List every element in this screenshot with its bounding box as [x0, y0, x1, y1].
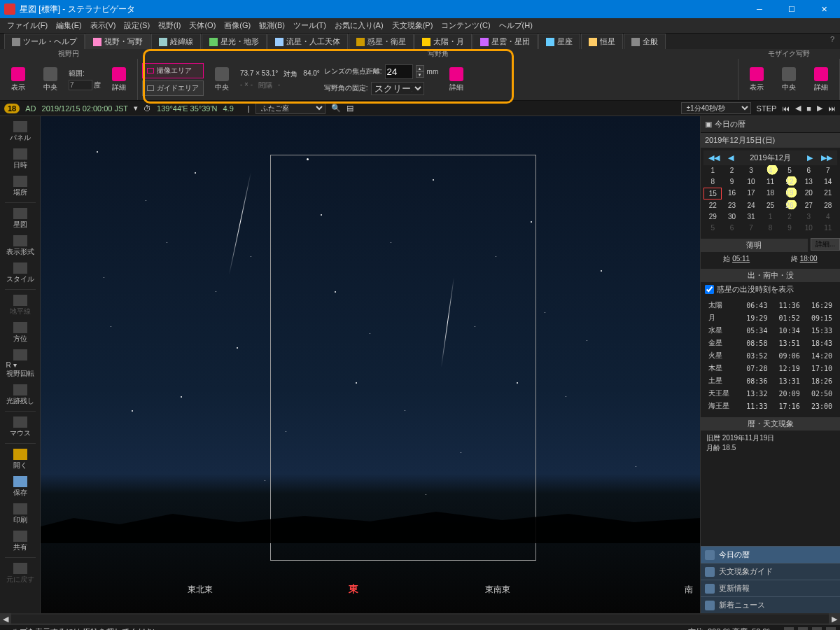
- ribbon-tab-10[interactable]: ツール・ヘルプ: [4, 34, 85, 49]
- cal-day[interactable]: 11: [819, 223, 837, 233]
- menu-v[interactable]: 表示(V): [86, 18, 120, 33]
- cal-day[interactable]: 9: [780, 223, 799, 233]
- menu-f[interactable]: ファイル(F): [3, 18, 52, 33]
- play-prev-button[interactable]: ◀: [795, 104, 801, 113]
- twilight-detail-button[interactable]: 詳細...: [811, 238, 840, 251]
- cal-day[interactable]: 11: [761, 176, 779, 187]
- tool-パネル[interactable]: パネル: [3, 119, 38, 145]
- ribbon-tab-9[interactable]: 視野・写野: [85, 34, 150, 49]
- accordion-1[interactable]: 天文現象ガイド: [701, 563, 840, 580]
- cal-day[interactable]: 12: [780, 176, 799, 187]
- cal-day[interactable]: 20: [799, 188, 818, 200]
- tool-スタイル[interactable]: スタイル: [3, 260, 38, 286]
- cal-day[interactable]: 30: [722, 211, 741, 222]
- cal-day[interactable]: 6: [722, 223, 741, 233]
- menu-e[interactable]: 編集(E): [52, 18, 86, 33]
- cal-day[interactable]: 10: [742, 176, 760, 187]
- mosaic-detail-button[interactable]: 詳細: [807, 63, 835, 97]
- play-last-button[interactable]: ⏭: [828, 104, 836, 113]
- scroll-track[interactable]: [11, 615, 829, 623]
- step-icon[interactable]: STEP: [757, 104, 777, 113]
- menu-p[interactable]: 天文現象(P): [388, 18, 438, 33]
- cal-day[interactable]: 1: [761, 211, 779, 222]
- status-icon-3[interactable]: [812, 627, 822, 631]
- menu-b[interactable]: 観測(B): [255, 18, 289, 33]
- cal-day[interactable]: 13: [799, 176, 818, 187]
- menu-s[interactable]: 設定(S): [120, 18, 154, 33]
- focal-down-button[interactable]: ▼: [416, 71, 424, 78]
- focal-up-button[interactable]: ▲: [416, 65, 424, 71]
- cal-next-year-button[interactable]: ▶▶: [818, 153, 835, 162]
- cal-prev-year-button[interactable]: ◀◀: [706, 153, 722, 162]
- ribbon-tab-6[interactable]: 流星・人工天体: [267, 34, 348, 49]
- datetime-display[interactable]: 2019/12/15 02:00:00 JST: [42, 104, 129, 113]
- menu-h[interactable]: ヘルプ(H): [495, 18, 537, 33]
- ribbon-tab-1[interactable]: 恒星: [581, 34, 623, 49]
- status-icon-2[interactable]: [798, 627, 808, 631]
- scroll-left-button[interactable]: ◀: [0, 613, 11, 624]
- clock-icon[interactable]: ⏱: [144, 104, 151, 113]
- cal-day[interactable]: 18: [761, 188, 779, 200]
- list-icon[interactable]: ▤: [346, 104, 354, 113]
- focal-length-input[interactable]: [385, 64, 413, 79]
- ribbon-tab-8[interactable]: 経緯線: [151, 34, 201, 49]
- cal-day[interactable]: 4: [761, 165, 779, 176]
- shaya-center-button[interactable]: 中央: [208, 63, 236, 97]
- cal-prev-month-button[interactable]: ◀: [725, 153, 736, 162]
- guide-area-button[interactable]: ガイドエリア: [142, 80, 204, 96]
- menu-g[interactable]: 画像(G): [220, 18, 255, 33]
- status-icon-1[interactable]: [784, 627, 794, 631]
- tool-星図[interactable]: 星図: [3, 206, 38, 232]
- ribbon-tab-5[interactable]: 惑星・衛星: [349, 34, 414, 49]
- cal-day[interactable]: 7: [742, 223, 760, 233]
- cal-day[interactable]: 25: [761, 200, 779, 211]
- cal-day[interactable]: 23: [722, 200, 741, 211]
- cal-day[interactable]: 26: [780, 200, 799, 211]
- fov-center-button[interactable]: 中央: [36, 63, 64, 97]
- accordion-3[interactable]: 新着ニュース: [701, 596, 840, 613]
- minimize-button[interactable]: ─: [743, 0, 776, 18]
- cal-day[interactable]: 8: [704, 176, 722, 187]
- fov-detail-button[interactable]: 詳細: [105, 63, 133, 97]
- maximize-button[interactable]: ☐: [776, 0, 808, 18]
- coords-display[interactable]: 139°44'E 35°39'N: [157, 104, 217, 113]
- fov-lock-select[interactable]: スクリーン: [371, 82, 424, 95]
- tool-マウス[interactable]: マウス: [3, 414, 38, 440]
- cal-day[interactable]: 10: [799, 223, 818, 233]
- mosaic-show-button[interactable]: 表示: [743, 63, 771, 97]
- tool-共有[interactable]: 共有: [3, 528, 38, 554]
- show-planets-checkbox[interactable]: 惑星の出没時刻を表示: [701, 282, 840, 297]
- cal-day[interactable]: 9: [722, 176, 741, 187]
- menu-o[interactable]: 天体(O): [185, 18, 220, 33]
- accordion-2[interactable]: 更新情報: [701, 580, 840, 596]
- menu-c[interactable]: コンテンツ(C): [437, 18, 494, 33]
- menu-t[interactable]: ツール(T): [289, 18, 330, 33]
- play-next-button[interactable]: ▶: [817, 104, 822, 113]
- cal-day[interactable]: 16: [722, 188, 741, 200]
- cal-day[interactable]: 15: [704, 188, 722, 200]
- cal-day[interactable]: 27: [799, 200, 818, 211]
- tool-日時[interactable]: 日時: [3, 146, 38, 172]
- ribbon-tab-4[interactable]: 太陽・月: [414, 34, 472, 49]
- cal-day[interactable]: 22: [704, 200, 722, 211]
- cal-day[interactable]: 28: [819, 200, 837, 211]
- menu-i[interactable]: 視野(I): [154, 18, 185, 33]
- constellation-select[interactable]: ふたご座: [255, 102, 326, 114]
- help-icon[interactable]: ?: [830, 35, 834, 43]
- play-stop-button[interactable]: ■: [806, 104, 811, 113]
- cal-day[interactable]: 5: [704, 223, 722, 233]
- cal-day[interactable]: 29: [704, 211, 722, 222]
- play-first-button[interactable]: ⏮: [782, 104, 790, 113]
- dropdown-icon[interactable]: ▾: [134, 104, 138, 113]
- scroll-right-button[interactable]: ▶: [829, 613, 840, 624]
- ribbon-tab-2[interactable]: 星座: [538, 34, 580, 49]
- tool-表示形式[interactable]: 表示形式: [3, 233, 38, 259]
- mosaic-center-button[interactable]: 中央: [775, 63, 803, 97]
- cal-day[interactable]: 7: [819, 165, 837, 176]
- cal-day[interactable]: 24: [742, 200, 760, 211]
- tool-場所[interactable]: 場所: [3, 174, 38, 200]
- tool-光跡残し[interactable]: 光跡残し: [3, 382, 38, 408]
- cal-next-month-button[interactable]: ▶: [804, 153, 816, 162]
- accordion-0[interactable]: 今日の暦: [701, 546, 840, 563]
- fov-show-button[interactable]: 表示: [4, 63, 32, 97]
